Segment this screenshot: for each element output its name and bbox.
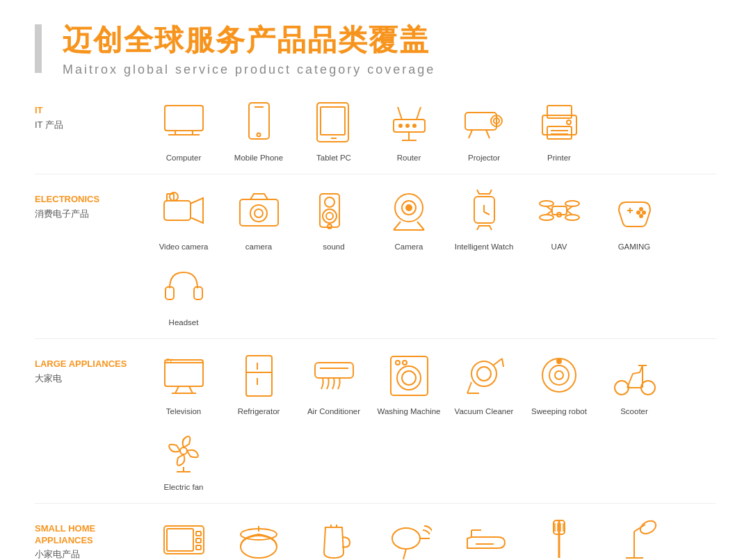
svg-line-53 <box>477 226 479 230</box>
svg-rect-57 <box>552 206 567 215</box>
svg-point-136 <box>638 518 656 536</box>
svg-rect-74 <box>194 287 202 299</box>
svg-point-121 <box>392 528 420 549</box>
item-label-electronics-7: Headset <box>169 318 199 328</box>
cat-label-large: LARGE APPLIANCES大家电 <box>35 345 146 385</box>
svg-point-91 <box>403 361 407 365</box>
item-label-it-5: Printer <box>547 153 571 163</box>
item-label-large-6: Scooter <box>620 406 648 417</box>
svg-line-52 <box>490 190 492 194</box>
svg-rect-75 <box>165 360 203 386</box>
cat-label-zh-large: 大家电 <box>35 372 146 385</box>
svg-rect-112 <box>196 532 201 536</box>
icon-ricecooker <box>231 513 286 560</box>
svg-point-89 <box>402 371 416 385</box>
items-row-it: ComputerMobile PhoneTablet PCRouterProje… <box>146 91 716 167</box>
svg-rect-25 <box>547 106 572 118</box>
item-label-electronics-3: Camera <box>395 242 423 252</box>
icon-speaker <box>306 183 362 239</box>
cat-label-en-it: IT <box>35 105 146 117</box>
cat-label-it: ITIT 产品 <box>35 91 146 131</box>
item-label-electronics-5: UAV <box>551 242 567 252</box>
item-small-0: Microwave Oven <box>149 513 218 560</box>
svg-line-95 <box>502 359 503 367</box>
svg-point-29 <box>567 120 571 124</box>
svg-line-45 <box>394 222 401 230</box>
item-label-it-3: Router <box>397 153 421 163</box>
icon-kettle <box>306 513 362 560</box>
icon-headset <box>156 259 211 315</box>
item-label-large-0: Television <box>166 406 202 417</box>
category-small: SMALL HOME APPLIANCES小家电产品Microwave Oven… <box>35 509 716 560</box>
item-label-it-4: Projector <box>468 153 500 163</box>
icon-mobile <box>231 94 286 150</box>
item-it-2: Tablet PC <box>299 94 369 163</box>
item-label-electronics-6: GAMING <box>618 242 651 252</box>
svg-point-14 <box>399 124 402 127</box>
item-large-1: Refrigerator <box>224 348 293 417</box>
icon-desklamp <box>606 513 662 560</box>
item-small-1: Rice Cooker <box>224 513 293 560</box>
icon-tablet <box>306 94 362 150</box>
icon-hairdryer <box>381 513 437 560</box>
svg-point-107 <box>180 447 187 454</box>
title-zh: 迈创全球服务产品品类覆盖 <box>63 21 716 60</box>
item-electronics-7: Headset <box>149 259 218 328</box>
svg-point-72 <box>640 215 643 217</box>
svg-line-79 <box>189 386 193 393</box>
item-small-6: Desk lamp <box>599 513 669 560</box>
icon-vacuum <box>456 348 512 404</box>
item-electronics-0: Video camera <box>149 183 218 252</box>
icon-router <box>381 94 437 150</box>
svg-point-90 <box>396 361 400 365</box>
svg-rect-114 <box>196 545 201 550</box>
item-electronics-5: UAV <box>524 183 594 252</box>
cat-label-en-large: LARGE APPLIANCES <box>35 359 146 370</box>
svg-rect-7 <box>317 103 348 142</box>
svg-point-39 <box>323 209 337 223</box>
item-it-5: Printer <box>524 94 594 163</box>
svg-rect-85 <box>315 363 353 378</box>
item-it-1: Mobile Phone <box>224 94 293 163</box>
item-small-2: Electric Kettle <box>299 513 369 560</box>
cat-label-zh-electronics: 消费电子产品 <box>35 208 146 220</box>
svg-point-88 <box>397 366 421 390</box>
item-label-large-7: Electric fan <box>164 482 204 493</box>
category-large: LARGE APPLIANCES大家电TVTelevisionRefrigera… <box>35 345 716 496</box>
item-large-7: Electric fan <box>149 424 218 493</box>
svg-rect-26 <box>547 126 572 139</box>
svg-point-15 <box>406 124 409 127</box>
item-electronics-3: Camera <box>374 183 444 252</box>
icon-webcam <box>381 183 437 239</box>
svg-line-22 <box>469 130 472 138</box>
icon-toothbrush <box>531 513 587 560</box>
svg-point-16 <box>413 124 416 127</box>
items-row-large: TVTelevisionRefrigeratorAir ConditionerW… <box>146 345 716 496</box>
cat-label-en-small: SMALL HOME APPLIANCES <box>35 523 146 547</box>
items-row-electronics: Video cameracamerasoundCameraIntelligent… <box>146 180 716 331</box>
svg-line-78 <box>175 386 179 393</box>
item-small-4: Electric Iron <box>449 513 519 560</box>
item-large-6: Scooter <box>599 348 669 417</box>
item-large-3: Washing Machine <box>374 348 444 417</box>
svg-line-23 <box>486 130 490 138</box>
item-label-large-2: Air Conditioner <box>307 406 360 417</box>
svg-line-54 <box>490 226 492 230</box>
svg-rect-19 <box>465 113 496 130</box>
page: 迈创全球服务产品品类覆盖 Maitrox global service prod… <box>0 0 751 560</box>
item-electronics-6: GAMING <box>599 183 669 252</box>
svg-rect-30 <box>164 201 191 220</box>
title-en: Maitrox global service product category … <box>63 63 716 77</box>
icon-drone <box>531 183 587 239</box>
icon-srobot <box>531 348 587 404</box>
icon-scooter <box>606 348 662 404</box>
icon-tv: TV <box>156 348 211 404</box>
item-electronics-4: Intelligent Watch <box>449 183 519 252</box>
item-label-it-0: Computer <box>166 153 202 163</box>
icon-computer <box>156 94 211 150</box>
svg-point-71 <box>643 211 645 214</box>
icon-fridge <box>231 348 286 404</box>
item-large-0: TVTelevision <box>149 348 218 417</box>
svg-point-70 <box>637 211 640 214</box>
item-small-3: Hair Drier <box>374 513 444 560</box>
